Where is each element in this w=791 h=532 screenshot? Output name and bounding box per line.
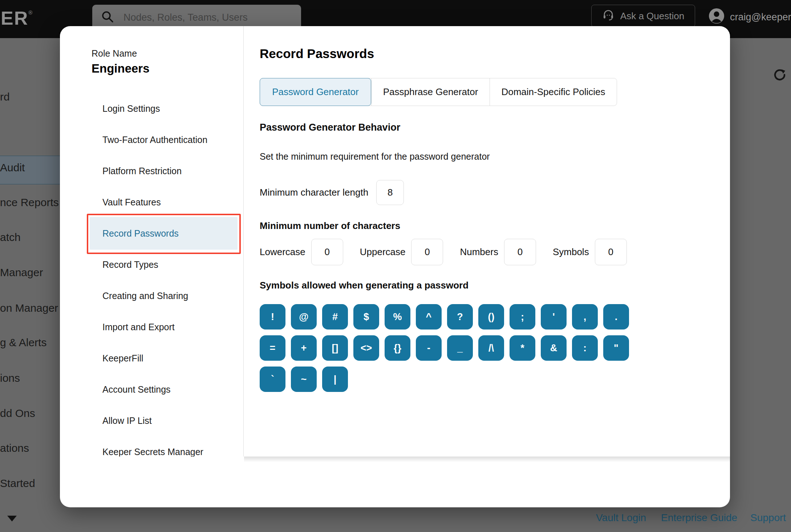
modal-menu-item-label: Login Settings <box>102 103 160 114</box>
min-character-length-label: Minimum character length <box>260 187 368 198</box>
modal-menu-item-platform-restriction[interactable]: Platform Restriction <box>60 155 243 187</box>
tab-passphrase-generator[interactable]: Passphrase Generator <box>371 78 490 106</box>
symbol-toggle-button[interactable]: - <box>416 335 442 361</box>
background-nav-item-fragment: rd <box>0 91 10 103</box>
footer-link-vault-login: Vault Login <box>596 512 646 524</box>
modal-menu-item-label: Vault Features <box>102 197 161 208</box>
lowercase-count-input[interactable]: 0 <box>311 239 343 265</box>
modal-menu-item-label: Account Settings <box>102 384 171 395</box>
symbol-toggle-button[interactable]: ! <box>260 304 285 330</box>
modal-menu-item-label: Keeper Secrets Manager <box>102 447 203 457</box>
ask-a-question-button: Ask a Question <box>591 5 695 27</box>
modal-menu-item-label: Import and Export <box>102 322 175 332</box>
symbol-toggle-button[interactable]: , <box>572 304 598 330</box>
modal-menu-item-creating-and-sharing[interactable]: Creating and Sharing <box>60 280 243 311</box>
symbol-toggle-button[interactable]: ? <box>447 304 473 330</box>
keeper-logo: ER® <box>1 7 33 29</box>
symbol-toggle-button[interactable]: | <box>322 367 348 392</box>
search-placeholder: Nodes, Roles, Teams, Users <box>123 12 248 23</box>
modal-menu-item-account-settings[interactable]: Account Settings <box>60 374 243 405</box>
headset-icon <box>602 9 614 24</box>
modal-content: Record Passwords Password GeneratorPassp… <box>244 26 730 507</box>
section-heading: Password Generator Behavior <box>260 122 400 133</box>
role-enforcement-modal: Role Name Engineers Login SettingsTwo-Fa… <box>60 26 730 507</box>
background-nav-item-fragment: Manager <box>0 266 43 279</box>
modal-menu-item-label: Record Types <box>102 259 158 270</box>
modal-menu-item-label: Platform Restriction <box>102 166 182 176</box>
modal-menu-item-record-passwords[interactable]: Record Passwords <box>60 218 243 249</box>
numbers-count-input[interactable]: 0 <box>504 239 536 265</box>
role-name-label: Role Name <box>92 48 137 59</box>
modal-menu: Login SettingsTwo-Factor AuthenticationP… <box>60 93 243 457</box>
search-icon <box>101 10 114 25</box>
ask-a-question-label: Ask a Question <box>620 11 684 22</box>
background-nav-item-fragment: g & Alerts <box>0 336 46 349</box>
symbol-toggle-button[interactable]: _ <box>447 335 473 361</box>
symbols-count-input[interactable]: 0 <box>595 239 627 265</box>
refresh-icon <box>772 67 787 83</box>
background-nav-item-fragment: atch <box>0 231 21 244</box>
symbol-toggle-button[interactable]: ' <box>541 304 567 330</box>
symbols-heading: Symbols allowed when generating a passwo… <box>260 280 468 291</box>
account-menu: craig@keepers <box>708 8 791 26</box>
section-description: Set the minimum requirement for the pass… <box>260 151 490 162</box>
tab-password-generator[interactable]: Password Generator <box>260 78 371 106</box>
background-nav-sidebar: rdAuditnce ReportsatchManageron Managerg… <box>0 38 60 532</box>
modal-menu-item-label: Creating and Sharing <box>102 291 188 301</box>
min-character-length-input[interactable]: 8 <box>376 180 404 205</box>
symbol-toggle-button[interactable]: : <box>572 335 598 361</box>
symbol-toggle-button[interactable]: " <box>603 335 629 361</box>
background-nav-item-fragment: ations <box>0 442 29 454</box>
modal-menu-item-vault-features[interactable]: Vault Features <box>60 187 243 218</box>
symbol-toggle-button[interactable]: <> <box>353 335 379 361</box>
symbol-toggle-button[interactable]: + <box>291 335 317 361</box>
symbol-toggle-button[interactable]: % <box>385 304 410 330</box>
registered-mark: ® <box>28 9 33 16</box>
symbol-toggle-button[interactable]: = <box>260 335 285 361</box>
page-title: Record Passwords <box>260 46 374 61</box>
uppercase-count-label: Uppercase <box>360 246 406 258</box>
background-nav-item-fragment: dd Ons <box>0 407 35 420</box>
symbol-toggle-button[interactable]: ` <box>260 367 285 392</box>
symbol-toggle-button[interactable]: /\ <box>478 335 504 361</box>
modal-menu-item-allow-ip-list[interactable]: Allow IP List <box>60 405 243 436</box>
modal-menu-item-label: Two-Factor Authentication <box>102 135 207 145</box>
symbols-grid: !@#$%^?();',.=+[]<>{}-_/\*&:"`~| <box>260 304 632 392</box>
footer-scroll-shadow <box>244 457 730 462</box>
numbers-count-label: Numbers <box>460 246 498 258</box>
modal-menu-item-label: Allow IP List <box>102 416 152 426</box>
symbol-toggle-button[interactable]: # <box>322 304 348 330</box>
footer-link-support: Support <box>750 512 786 524</box>
modal-menu-item-label: Record Passwords <box>102 228 179 239</box>
symbol-toggle-button[interactable]: * <box>510 335 535 361</box>
collapse-sidebar-caret-icon <box>7 516 17 521</box>
symbol-toggle-button[interactable]: ; <box>510 304 535 330</box>
uppercase-count-input[interactable]: 0 <box>411 239 443 265</box>
symbol-toggle-button[interactable]: . <box>603 304 629 330</box>
background-nav-item-fragment: Started <box>0 477 35 490</box>
modal-menu-item-label: KeeperFill <box>102 353 143 364</box>
tab-domain-specific-policies[interactable]: Domain-Specific Policies <box>490 78 617 106</box>
tab-bar: Password GeneratorPassphrase GeneratorDo… <box>260 78 617 106</box>
background-nav-item-fragment: ions <box>0 372 20 384</box>
avatar-icon <box>708 8 725 27</box>
modal-menu-item-two-factor-authentication[interactable]: Two-Factor Authentication <box>60 124 243 155</box>
symbol-toggle-button[interactable]: ~ <box>291 367 317 392</box>
symbol-toggle-button[interactable]: {} <box>385 335 410 361</box>
symbol-toggle-button[interactable]: ^ <box>416 304 442 330</box>
modal-sidebar: Role Name Engineers Login SettingsTwo-Fa… <box>60 26 244 457</box>
symbol-toggle-button[interactable]: & <box>541 335 567 361</box>
symbol-toggle-button[interactable]: [] <box>322 335 348 361</box>
modal-menu-item-record-types[interactable]: Record Types <box>60 249 243 280</box>
role-name-value: Engineers <box>92 62 150 75</box>
symbol-toggle-button[interactable]: $ <box>353 304 379 330</box>
modal-menu-item-login-settings[interactable]: Login Settings <box>60 93 243 124</box>
modal-menu-item-keeper-secrets-manager[interactable]: Keeper Secrets Manager <box>60 436 243 457</box>
symbol-toggle-button[interactable]: @ <box>291 304 317 330</box>
footer-link-enterprise-guide: Enterprise Guide <box>661 512 737 524</box>
symbols-count-label: Symbols <box>553 246 589 258</box>
lowercase-count-label: Lowercase <box>260 246 305 258</box>
modal-menu-item-import-and-export[interactable]: Import and Export <box>60 311 243 343</box>
symbol-toggle-button[interactable]: () <box>478 304 504 330</box>
modal-menu-item-keeperfill[interactable]: KeeperFill <box>60 343 243 374</box>
